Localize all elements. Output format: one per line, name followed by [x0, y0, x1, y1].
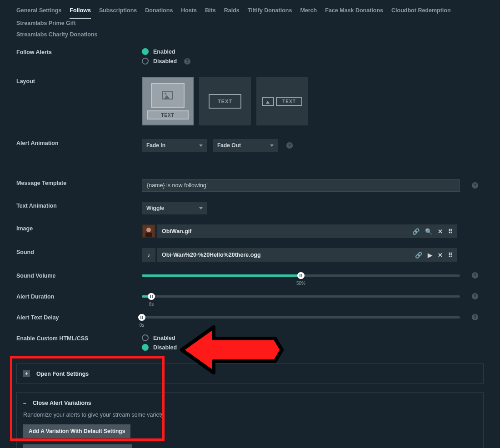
radio-unchecked-icon [142, 334, 149, 341]
alert-text-delay-value: 0s [140, 323, 145, 328]
alert-variations-panel: – Close Alert Variations Randomize your … [16, 392, 484, 448]
help-icon[interactable]: ? [472, 272, 478, 279]
alert-text-delay-slider[interactable]: 0s [142, 316, 460, 319]
sound-file-bar: Obi-Wan%20-%20Hello%20there.ogg 🔗 ▶ ✕ ⠿ [157, 248, 457, 262]
svg-point-1 [146, 228, 151, 232]
layout-text-badge: TEXT [147, 110, 189, 119]
custom-html-enabled-option[interactable]: Enabled [142, 334, 484, 341]
layout-option-text-only[interactable]: TEXT [199, 77, 251, 125]
link-icon[interactable]: 🔗 [415, 252, 422, 259]
alert-duration-slider[interactable]: 8s [142, 295, 460, 298]
minus-icon: – [23, 400, 26, 406]
disabled-text: Disabled [153, 58, 177, 65]
alert-text-delay-label: Alert Text Delay [16, 314, 142, 321]
sound-label: Sound [16, 248, 142, 262]
tab-follows[interactable]: Follows [70, 5, 91, 18]
image-label: Image [16, 224, 142, 238]
tab-raids[interactable]: Raids [224, 5, 240, 18]
help-icon[interactable]: ? [286, 142, 293, 149]
help-icon[interactable]: ? [472, 314, 478, 320]
image-thumbnail [142, 224, 155, 238]
tab-subscriptions[interactable]: Subscriptions [99, 5, 137, 18]
close-icon[interactable]: ✕ [438, 252, 443, 259]
link-icon[interactable]: 🔗 [412, 228, 420, 235]
music-note-icon: ♪ [142, 248, 155, 262]
layout-text-badge: TEXT [209, 94, 241, 109]
image-filename: ObiWan.gif [162, 228, 192, 234]
animation-in-select[interactable]: Fade In [142, 139, 207, 152]
tab-general-settings[interactable]: General Settings [16, 5, 61, 18]
help-icon[interactable]: ? [472, 182, 478, 189]
custom-html-disabled-option[interactable]: Disabled [142, 344, 484, 351]
layout-option-image-top[interactable]: TEXT [142, 77, 194, 125]
radio-checked-icon [142, 344, 149, 351]
alert-animation-label: Alert Animation [16, 139, 142, 152]
zoom-icon[interactable]: 🔍 [425, 228, 432, 235]
layout-label: Layout [16, 77, 142, 125]
sound-volume-label: Sound Volume [16, 272, 142, 279]
message-template-label: Message Template [16, 179, 142, 192]
add-variation-default-button[interactable]: Add A Variation With Default Settings [23, 424, 130, 438]
tab-cloudbot-redemption[interactable]: Cloudbot Redemption [391, 5, 451, 18]
image-file-bar: ObiWan.gif 🔗 🔍 ✕ ⠿ [157, 224, 457, 238]
tab-bits[interactable]: Bits [205, 5, 216, 18]
grid-icon[interactable]: ⠿ [448, 252, 453, 259]
tab-tiltify-donations[interactable]: Tiltify Donations [248, 5, 292, 18]
alert-duration-label: Alert Duration [16, 293, 142, 300]
tab-hosts[interactable]: Hosts [181, 5, 197, 18]
grid-icon[interactable]: ⠿ [448, 228, 453, 235]
follow-alerts-label: Follow Alerts [16, 48, 142, 67]
settings-tabs: General Settings Follows Subscriptions D… [16, 4, 484, 38]
text-animation-label: Text Animation [16, 202, 142, 214]
tab-donations[interactable]: Donations [145, 5, 173, 18]
radio-checked-icon [142, 48, 149, 55]
follow-alerts-disabled-option[interactable]: Disabled ? [142, 58, 484, 65]
custom-html-label: Enable Custom HTML/CSS [16, 334, 142, 353]
layout-option-side-by-side[interactable]: TEXT [256, 77, 308, 125]
chevron-down-icon [199, 207, 203, 209]
animation-out-select[interactable]: Fade Out [213, 139, 278, 152]
enabled-text: Enabled [153, 335, 175, 341]
sound-filename: Obi-Wan%20-%20Hello%20there.ogg [162, 252, 261, 258]
plus-icon: + [23, 370, 30, 377]
open-font-settings-label: Open Font Settings [36, 371, 89, 377]
enabled-text: Enabled [153, 49, 175, 55]
tab-merch[interactable]: Merch [300, 5, 317, 18]
text-animation-select[interactable]: Wiggle [142, 202, 207, 214]
chevron-down-icon [199, 144, 203, 147]
alert-variations-title: Close Alert Variations [33, 400, 91, 406]
follow-alerts-enabled-option[interactable]: Enabled [142, 48, 484, 55]
disabled-text: Disabled [153, 344, 177, 351]
close-icon[interactable]: ✕ [438, 228, 443, 235]
open-font-settings-panel[interactable]: + Open Font Settings [16, 363, 484, 384]
message-template-input[interactable]: {name} is now following! [142, 179, 460, 192]
tab-charity-donations[interactable]: Streamlabs Charity Donations [16, 28, 98, 42]
layout-text-badge: TEXT [276, 97, 302, 106]
sound-volume-slider[interactable]: 50% [142, 274, 460, 277]
help-icon[interactable]: ? [472, 293, 478, 299]
alert-duration-value: 8s [149, 302, 154, 307]
chevron-down-icon [270, 144, 274, 147]
alert-variations-description: Randomize your alerts to give your strea… [23, 412, 477, 418]
add-variation-current-button[interactable]: Add A Variation With Current Settings [23, 444, 132, 448]
play-icon[interactable]: ▶ [428, 252, 432, 259]
sound-volume-value: 50% [296, 281, 305, 286]
close-alert-variations-toggle[interactable]: – Close Alert Variations [23, 400, 477, 406]
radio-unchecked-icon [142, 58, 149, 65]
tab-face-mask-donations[interactable]: Face Mask Donations [325, 5, 383, 18]
help-icon[interactable]: ? [184, 58, 190, 65]
svg-rect-2 [145, 233, 152, 237]
